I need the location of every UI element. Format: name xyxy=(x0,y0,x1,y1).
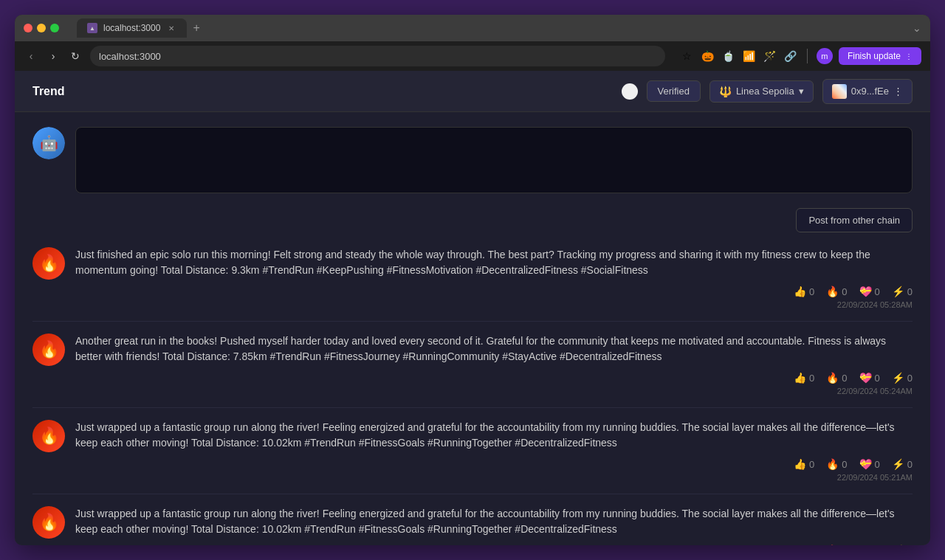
feed-user-avatar: 🔥 xyxy=(32,247,65,280)
reaction-count: 0 xyxy=(875,545,880,546)
reaction-emoji: 🔥 xyxy=(826,372,839,384)
star-icon[interactable]: ☆ xyxy=(680,49,695,63)
reaction-count: 0 xyxy=(875,459,880,470)
tab-title: localhost:3000 xyxy=(103,23,160,33)
reaction-button[interactable]: 🔥0 xyxy=(826,286,847,297)
feed-text: Just wrapped up a fantastic group run al… xyxy=(75,506,913,537)
reaction-count: 0 xyxy=(809,459,814,470)
reaction-button[interactable]: 💝0 xyxy=(859,545,880,545)
current-user-avatar: 🤖 xyxy=(32,127,65,159)
reaction-button[interactable]: 👍0 xyxy=(794,372,814,384)
reaction-button[interactable]: 🔥0 xyxy=(826,545,847,545)
feed-reactions: 👍0🔥0💝0⚡0 xyxy=(75,545,913,545)
reaction-button[interactable]: ⚡0 xyxy=(892,372,913,384)
expand-icon[interactable]: ⌄ xyxy=(913,22,921,34)
browser-window: ▲ localhost:3000 ✕ + ⌄ ‹ › ↻ localhost:3… xyxy=(15,15,930,545)
reaction-button[interactable]: ⚡0 xyxy=(892,286,913,297)
reaction-count: 0 xyxy=(907,373,913,384)
traffic-lights xyxy=(24,24,59,32)
reaction-button[interactable]: ⚡0 xyxy=(892,545,913,545)
feed-reactions: 👍0🔥0💝0⚡0 xyxy=(75,458,913,470)
feed-item: 🔥Another great run in the books! Pushed … xyxy=(32,333,913,408)
reaction-emoji: ⚡ xyxy=(892,372,904,384)
app-logo: Trend xyxy=(32,85,65,98)
url-text: localhost:3000 xyxy=(99,51,161,62)
feed-user-avatar: 🔥 xyxy=(32,420,65,452)
reaction-count: 0 xyxy=(842,286,847,297)
reaction-button[interactable]: 👍0 xyxy=(794,545,814,545)
reaction-count: 0 xyxy=(875,373,880,384)
reaction-count: 0 xyxy=(842,459,847,470)
maximize-traffic-light[interactable] xyxy=(50,24,59,32)
theme-toggle[interactable] xyxy=(622,83,638,100)
wallet-address: 0x9...fEe xyxy=(851,86,889,97)
reaction-button[interactable]: 👍0 xyxy=(794,458,814,470)
close-traffic-light[interactable] xyxy=(24,24,32,32)
reaction-count: 0 xyxy=(907,459,913,470)
finish-update-dropdown-icon: ⋮ xyxy=(905,52,913,61)
wallet-more-icon: ⋮ xyxy=(893,86,903,97)
feed-user-avatar: 🔥 xyxy=(32,506,65,539)
reaction-button[interactable]: 💝0 xyxy=(859,372,880,384)
reaction-count: 0 xyxy=(809,373,814,384)
main-content: 🤖 Post from other chain 🔥Just finished a… xyxy=(15,112,930,545)
feed-content: Just wrapped up a fantastic group run al… xyxy=(75,506,913,545)
browser-icons: ☆ 🎃 🍵 📶 🪄 🔗 m Finish update ⋮ xyxy=(680,47,921,65)
tab-close-button[interactable]: ✕ xyxy=(166,23,176,33)
reaction-emoji: 🔥 xyxy=(826,286,839,297)
reaction-button[interactable]: 💝0 xyxy=(859,286,880,297)
reaction-button[interactable]: 🔥0 xyxy=(826,372,847,384)
feed-text: Just finished an epic solo run this morn… xyxy=(75,247,913,278)
robot-avatar-icon: 🤖 xyxy=(32,127,65,159)
app-nav: Trend Verified 🔱 Linea Sepolia ▾ 0x9...f… xyxy=(15,71,930,112)
back-button[interactable]: ‹ xyxy=(24,50,38,62)
emoji4-icon: 🪄 xyxy=(763,49,777,63)
feed-user-avatar: 🔥 xyxy=(32,333,65,366)
feed-content: Another great run in the books! Pushed m… xyxy=(75,333,913,395)
active-tab[interactable]: ▲ localhost:3000 ✕ xyxy=(77,18,187,38)
post-from-other-chain-button[interactable]: Post from other chain xyxy=(796,208,913,232)
feed-timestamp: 22/09/2024 05:21AM xyxy=(75,473,913,482)
reaction-emoji: 👍 xyxy=(794,286,806,297)
post-input[interactable] xyxy=(75,127,913,193)
reaction-count: 0 xyxy=(842,545,847,546)
new-tab-button[interactable]: + xyxy=(193,21,199,35)
refresh-button[interactable]: ↻ xyxy=(68,50,83,62)
reaction-count: 0 xyxy=(809,545,814,546)
network-icon: 🔱 xyxy=(719,86,732,97)
forward-button[interactable]: › xyxy=(46,50,61,62)
nav-right: Verified 🔱 Linea Sepolia ▾ 0x9...fEe ⋮ xyxy=(622,79,913,104)
network-button[interactable]: 🔱 Linea Sepolia ▾ xyxy=(709,80,814,103)
reaction-emoji: 🔥 xyxy=(826,458,839,470)
reaction-emoji: 💝 xyxy=(859,286,872,297)
reaction-emoji: 💝 xyxy=(859,372,872,384)
feed-text: Another great run in the books! Pushed m… xyxy=(75,333,913,364)
reaction-emoji: 🔥 xyxy=(826,545,839,545)
feed-reactions: 👍0🔥0💝0⚡0 xyxy=(75,286,913,297)
feed-timestamp: 22/09/2024 05:24AM xyxy=(75,387,913,395)
tab-bar: ▲ localhost:3000 ✕ + xyxy=(77,18,907,38)
feed-container: 🔥Just finished an epic solo run this mor… xyxy=(32,247,913,545)
url-bar[interactable]: localhost:3000 xyxy=(90,46,665,66)
reaction-button[interactable]: 💝0 xyxy=(859,458,880,470)
reaction-emoji: 💝 xyxy=(859,545,872,545)
reaction-button[interactable]: 👍0 xyxy=(794,286,814,297)
reaction-button[interactable]: ⚡0 xyxy=(892,458,913,470)
post-input-section: 🤖 xyxy=(32,127,913,193)
emoji1-icon: 🎃 xyxy=(701,49,715,63)
finish-update-button[interactable]: Finish update ⋮ xyxy=(839,47,921,65)
reaction-count: 0 xyxy=(875,286,880,297)
reaction-button[interactable]: 🔥0 xyxy=(826,458,847,470)
minimize-traffic-light[interactable] xyxy=(37,24,46,32)
verified-button[interactable]: Verified xyxy=(647,80,701,102)
reaction-emoji: 👍 xyxy=(794,458,806,470)
post-actions: Post from other chain xyxy=(32,208,913,232)
tab-favicon: ▲ xyxy=(87,23,97,33)
address-bar: ‹ › ↻ localhost:3000 ☆ 🎃 🍵 📶 🪄 🔗 m Finis… xyxy=(15,41,930,71)
reaction-emoji: ⚡ xyxy=(892,545,904,545)
profile-icon[interactable]: m xyxy=(817,48,833,64)
title-bar: ▲ localhost:3000 ✕ + ⌄ xyxy=(15,15,930,41)
reaction-emoji: 👍 xyxy=(794,372,806,384)
wallet-button[interactable]: 0x9...fEe ⋮ xyxy=(822,79,913,104)
reaction-emoji: ⚡ xyxy=(892,286,904,297)
